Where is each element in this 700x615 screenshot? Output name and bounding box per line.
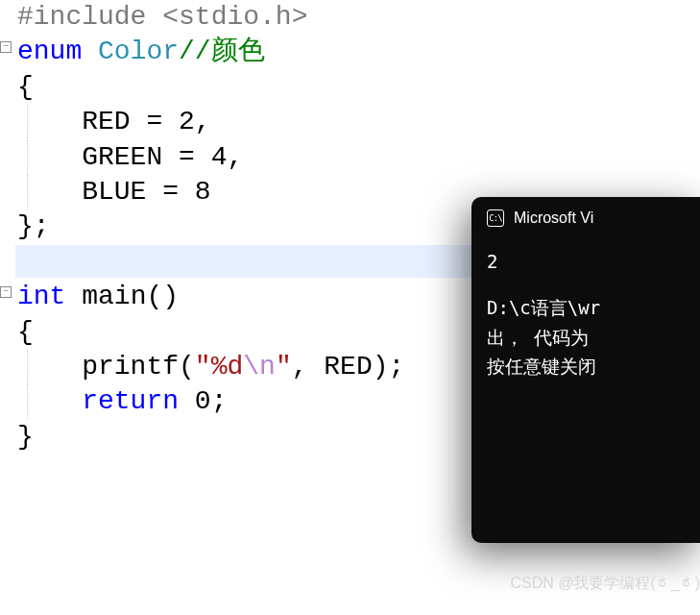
- keyword-return: return: [17, 386, 179, 416]
- terminal-title: Microsoft Vi: [514, 209, 593, 227]
- code-line: RED = 2,: [0, 105, 700, 139]
- terminal-body[interactable]: 2 D:\c语言\wr 出， 代码为 按任意键关闭: [471, 239, 700, 389]
- watermark: CSDN @我要学编程(ಥ_ಥ): [510, 574, 700, 594]
- spacer: [487, 276, 687, 293]
- indent-guide: [27, 105, 28, 139]
- terminal-prompt: 按任意键关闭: [487, 352, 687, 381]
- terminal-icon: C:\: [487, 209, 504, 227]
- terminal-path: D:\c语言\wr: [487, 293, 687, 322]
- code-line: GREEN = 4,: [0, 140, 700, 175]
- code-line: −enum Color//颜色: [0, 35, 700, 69]
- include-path: <stdio.h>: [162, 2, 307, 32]
- code-line: {: [0, 70, 700, 105]
- preprocessor-directive: #include: [17, 2, 162, 32]
- code-line: #include <stdio.h>: [0, 0, 700, 35]
- terminal-exit: 出， 代码为: [487, 323, 687, 352]
- terminal-output: 2: [487, 247, 687, 276]
- keyword-enum: enum: [17, 37, 82, 66]
- func-call: printf: [17, 352, 179, 381]
- terminal-titlebar[interactable]: C:\ Microsoft Vi: [471, 197, 700, 239]
- fold-toggle-icon[interactable]: −: [0, 286, 12, 298]
- comment: //颜色: [179, 37, 265, 66]
- fold-toggle-icon[interactable]: −: [0, 41, 12, 53]
- indent-guide: [27, 384, 28, 419]
- indent-guide: [27, 175, 28, 209]
- type-name: Color: [82, 37, 179, 66]
- indent-guide: [27, 140, 28, 175]
- function-main: main(): [65, 282, 179, 311]
- indent-guide: [27, 350, 28, 384]
- keyword-int: int: [17, 282, 65, 311]
- terminal-window[interactable]: C:\ Microsoft Vi 2 D:\c语言\wr 出， 代码为 按任意键…: [471, 197, 700, 543]
